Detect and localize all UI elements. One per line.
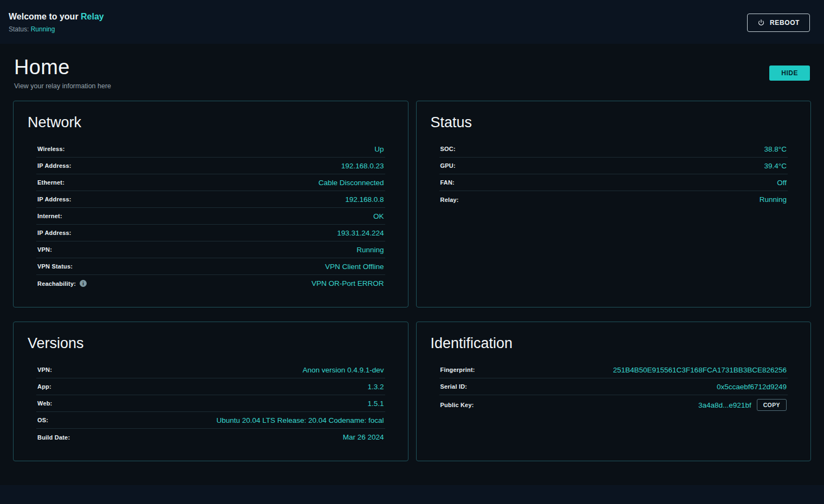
cards-grid: Network Wireless: Up IP Address: 192.168… [13, 101, 811, 461]
page-title-block: Home View your relay information here [14, 56, 111, 90]
copy-button[interactable]: COPY [757, 399, 787, 411]
status-label: Status: [9, 25, 31, 33]
row-label: Build Date: [37, 434, 70, 441]
status-row-gpu: GPU: 39.4°C [439, 158, 788, 174]
identification-row-serial-id: Serial ID: 0x5ccaebf6712d9249 [439, 378, 788, 395]
relay-highlight: Relay [81, 12, 104, 21]
row-value: Up [374, 145, 384, 153]
row-label: Public Key: [440, 402, 474, 408]
row-label: Serial ID: [440, 383, 468, 390]
versions-row-app: App: 1.3.2 [36, 378, 385, 395]
welcome-block: Welcome to your Relay Status: Running [9, 12, 104, 33]
row-value: 192.168.0.8 [345, 195, 384, 204]
row-label: Internet: [37, 213, 62, 219]
network-row-ethernet: Ethernet: Cable Disconnected [36, 174, 385, 191]
network-row-reachability: Reachability: i VPN OR-Port ERROR [36, 275, 385, 292]
identification-row-public-key: Public Key: 3a4a8d...e921bf COPY [439, 395, 788, 415]
versions-row-os: OS: Ubuntu 20.04 LTS Release: 20.04 Code… [36, 412, 385, 429]
network-rows: Wireless: Up IP Address: 192.168.0.23 Et… [36, 141, 385, 292]
network-card: Network Wireless: Up IP Address: 192.168… [13, 101, 408, 307]
status-rows: SOC: 38.8°C GPU: 39.4°C FAN: Off Relay: … [439, 141, 788, 208]
row-value: 251B4B50E915561C3F168FCA1731BB3BCE826256 [613, 366, 787, 374]
row-value: Anon version 0.4.9.1-dev [302, 366, 384, 374]
row-label: VPN: [37, 246, 52, 253]
row-label-text: Reachability: [37, 280, 76, 287]
row-value: Off [777, 179, 787, 187]
network-row-vpn: VPN: Running [36, 241, 385, 258]
versions-row-build-date: Build Date: Mar 26 2024 [36, 429, 385, 446]
row-value: Ubuntu 20.04 LTS Release: 20.04 Codename… [217, 416, 384, 424]
identification-rows: Fingerprint: 251B4B50E915561C3F168FCA173… [439, 362, 788, 415]
row-label: IP Address: [37, 162, 72, 169]
reboot-label: REBOOT [770, 19, 800, 27]
status-card-title: Status [431, 114, 797, 131]
status-value: Running [31, 25, 55, 33]
row-label: SOC: [440, 146, 456, 152]
row-label: Fingerprint: [440, 366, 475, 373]
row-value-wrap: 3a4a8d...e921bf COPY [698, 399, 787, 411]
row-label: VPN: [37, 366, 52, 373]
versions-card: Versions VPN: Anon version 0.4.9.1-dev A… [13, 322, 408, 461]
network-row-wireless: Wireless: Up [36, 141, 385, 158]
power-icon [757, 19, 765, 27]
row-label: Web: [37, 400, 52, 407]
status-row-relay: Relay: Running [439, 191, 788, 208]
network-card-title: Network [28, 114, 394, 131]
row-label: GPU: [440, 162, 456, 169]
row-value: 1.3.2 [367, 383, 384, 391]
row-value: 0x5ccaebf6712d9249 [717, 383, 787, 391]
row-value: OK [373, 212, 384, 220]
network-row-ip-internet: IP Address: 193.31.24.224 [36, 225, 385, 241]
row-label: App: [37, 383, 51, 390]
row-label: IP Address: [37, 196, 72, 202]
welcome-title: Welcome to your Relay [9, 12, 104, 22]
row-label: IP Address: [37, 230, 72, 236]
row-label: Ethernet: [37, 179, 64, 186]
row-label: OS: [37, 417, 48, 423]
identification-card: Identification Fingerprint: 251B4B50E915… [416, 322, 812, 461]
welcome-prefix: Welcome to your [9, 12, 81, 21]
relay-status: Status: Running [9, 25, 104, 33]
page-head: Home View your relay information here HI… [13, 53, 811, 101]
page-subtitle: View your relay information here [14, 82, 111, 90]
hide-button[interactable]: HIDE [769, 66, 810, 81]
versions-card-title: Versions [28, 335, 394, 352]
reboot-button[interactable]: REBOOT [747, 14, 810, 32]
page-title: Home [14, 56, 111, 79]
info-icon[interactable]: i [80, 280, 87, 287]
network-row-internet: Internet: OK [36, 208, 385, 225]
network-row-ip-wireless: IP Address: 192.168.0.23 [36, 158, 385, 174]
row-value: Running [356, 246, 384, 254]
row-value: 38.8°C [764, 145, 787, 153]
app-header: Welcome to your Relay Status: Running RE… [0, 0, 824, 44]
row-label: Wireless: [37, 146, 65, 152]
identification-row-fingerprint: Fingerprint: 251B4B50E915561C3F168FCA173… [439, 362, 788, 378]
row-label: FAN: [440, 179, 455, 186]
status-card: Status SOC: 38.8°C GPU: 39.4°C FAN: Off … [416, 101, 812, 307]
row-label: Reachability: i [37, 280, 87, 287]
main-content: Home View your relay information here HI… [0, 44, 824, 485]
row-value: VPN Client Offline [325, 263, 384, 271]
row-value: 39.4°C [764, 162, 787, 170]
row-value: 1.5.1 [367, 400, 384, 408]
versions-row-vpn: VPN: Anon version 0.4.9.1-dev [36, 362, 385, 378]
row-value: 3a4a8d...e921bf [698, 401, 751, 409]
row-value: Running [760, 195, 787, 204]
identification-card-title: Identification [431, 335, 797, 352]
versions-row-web: Web: 1.5.1 [36, 395, 385, 412]
row-label: Relay: [440, 197, 459, 203]
network-row-ip-ethernet: IP Address: 192.168.0.8 [36, 191, 385, 208]
row-label: VPN Status: [37, 263, 73, 270]
row-value: VPN OR-Port ERROR [312, 279, 384, 287]
row-value: Cable Disconnected [319, 179, 384, 187]
row-value: 193.31.24.224 [337, 229, 384, 237]
row-value: 192.168.0.23 [341, 162, 384, 170]
network-row-vpn-status: VPN Status: VPN Client Offline [36, 258, 385, 275]
status-row-soc: SOC: 38.8°C [439, 141, 788, 158]
status-row-fan: FAN: Off [439, 174, 788, 191]
versions-rows: VPN: Anon version 0.4.9.1-dev App: 1.3.2… [36, 362, 385, 446]
row-value: Mar 26 2024 [343, 433, 384, 441]
